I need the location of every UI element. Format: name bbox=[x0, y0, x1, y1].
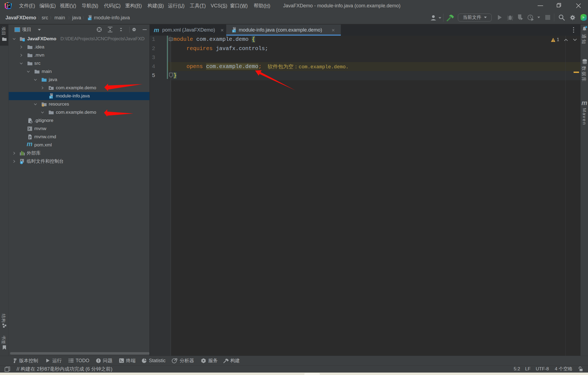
svg-text:IJ: IJ bbox=[7, 4, 10, 7]
svg-text:J: J bbox=[233, 30, 234, 33]
svg-text:J: J bbox=[88, 18, 90, 20]
svg-text:J: J bbox=[50, 96, 51, 99]
